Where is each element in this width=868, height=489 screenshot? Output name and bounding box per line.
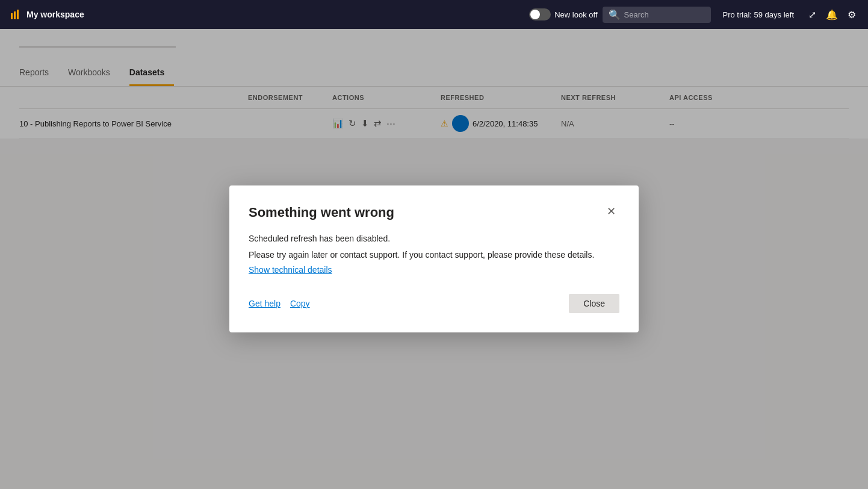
error-modal: Something went wrong ✕ Scheduled refresh… — [229, 185, 639, 332]
modal-header: Something went wrong ✕ — [249, 205, 619, 220]
main-content: Reports Workbooks Datasets ENDORSEMENT A… — [0, 29, 868, 489]
modal-line1: Scheduled refresh has been disabled. — [249, 232, 619, 245]
toggle-knob — [530, 10, 540, 19]
bell-icon[interactable]: 🔔 — [823, 7, 840, 23]
new-look-toggle-container[interactable]: New look off — [529, 8, 597, 20]
workspace-title: My workspace — [26, 10, 84, 19]
search-icon: 🔍 — [609, 9, 621, 20]
modal-title: Something went wrong — [249, 205, 394, 220]
search-input[interactable] — [624, 10, 702, 19]
powerbi-icon — [10, 8, 22, 20]
show-technical-details-link[interactable]: Show technical details — [249, 265, 332, 275]
workspace-logo: My workspace — [10, 8, 84, 20]
close-button[interactable]: Close — [569, 294, 619, 313]
settings-icon[interactable]: ⚙ — [845, 7, 858, 23]
close-x-icon: ✕ — [607, 205, 616, 217]
modal-backdrop[interactable]: Something went wrong ✕ Scheduled refresh… — [0, 29, 868, 489]
modal-footer-left: Get help Copy — [249, 299, 310, 308]
search-box[interactable]: 🔍 — [603, 7, 711, 23]
topbar-right: New look off 🔍 Pro trial: 59 days left ⤢… — [529, 7, 858, 23]
new-look-label: New look off — [554, 10, 597, 19]
svg-rect-2 — [17, 10, 19, 19]
modal-footer: Get help Copy Close — [249, 294, 619, 313]
svg-rect-1 — [14, 11, 16, 19]
pro-trial-badge: Pro trial: 59 days left — [716, 10, 802, 19]
svg-rect-0 — [11, 13, 13, 19]
modal-body: Scheduled refresh has been disabled. Ple… — [249, 232, 619, 275]
modal-line2: Please try again later or contact suppor… — [249, 249, 619, 261]
get-help-button[interactable]: Get help — [249, 299, 281, 308]
topbar: My workspace New look off 🔍 Pro trial: 5… — [0, 0, 868, 29]
copy-button[interactable]: Copy — [290, 299, 310, 308]
new-look-toggle[interactable] — [529, 8, 551, 20]
expand-icon[interactable]: ⤢ — [806, 7, 819, 23]
modal-close-button[interactable]: ✕ — [603, 205, 619, 218]
